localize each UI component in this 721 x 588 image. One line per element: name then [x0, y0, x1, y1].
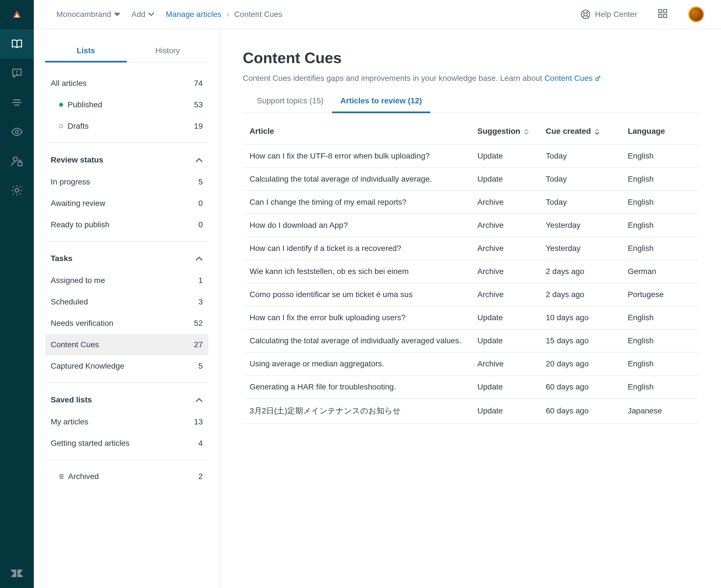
sort-down-icon	[524, 132, 529, 134]
sidebar-item-getting-started[interactable]: Getting started articles 4	[45, 433, 208, 454]
sidebar-item-ready-to-publish[interactable]: Ready to publish 0	[45, 214, 208, 235]
svg-point-8	[16, 130, 19, 133]
cell-article: How do I download an App?	[243, 214, 471, 237]
col-header-label: Suggestion	[478, 127, 520, 135]
cell-article: Calculating the total average of individ…	[243, 168, 471, 191]
col-header-article[interactable]: Article	[243, 122, 471, 145]
cell-language: German	[621, 260, 698, 283]
count: 0	[198, 199, 203, 208]
sidebar-item-drafts[interactable]: Drafts 19	[45, 115, 208, 137]
section-header-review-status[interactable]: Review status	[45, 149, 208, 171]
cell-suggestion: Archive	[471, 237, 539, 260]
col-header-suggestion[interactable]: Suggestion	[471, 122, 539, 145]
sidebar-item-needs-verification[interactable]: Needs verification 52	[45, 313, 208, 334]
svg-rect-10	[18, 162, 22, 166]
count: 19	[194, 122, 203, 131]
cell-cue-created: Today	[539, 145, 621, 168]
rail-zendesk[interactable]	[0, 559, 34, 588]
rail-knowledge[interactable]	[0, 29, 34, 59]
sidebar-item-content-cues[interactable]: Content Cues 27	[45, 334, 208, 355]
topbar: Monocambrand Add Manage articles › Conte…	[34, 0, 721, 29]
apps-menu[interactable]	[657, 8, 668, 21]
rail-customize[interactable]	[0, 117, 34, 146]
rail-settings[interactable]	[0, 176, 34, 205]
cell-suggestion: Update	[471, 168, 539, 191]
section-archived: Archived 2	[45, 466, 208, 493]
sidebar-item-my-articles[interactable]: My articles 13	[45, 411, 208, 433]
sidebar-item-awaiting-review[interactable]: Awaiting review 0	[45, 193, 208, 214]
guide-logo-icon	[11, 8, 23, 21]
avatar[interactable]	[688, 6, 704, 22]
svg-rect-21	[663, 14, 666, 18]
sidebar-item-assigned-to-me[interactable]: Assigned to me 1	[45, 270, 208, 291]
table-row[interactable]: Como posso identificar se um ticket é um…	[243, 283, 698, 306]
sidebar-item-archived[interactable]: Archived 2	[45, 466, 208, 487]
cell-language: English	[621, 306, 698, 329]
cell-language: English	[621, 168, 698, 191]
product-logo[interactable]	[0, 0, 34, 29]
help-center-link[interactable]: Help Center	[580, 9, 637, 19]
table-row[interactable]: How can I fix the UTF-8 error when bulk …	[243, 145, 698, 168]
status-dot-archived	[59, 476, 64, 477]
content-cues-doc-link[interactable]: Content Cues	[545, 74, 601, 83]
cell-language: English	[621, 352, 698, 375]
sidebar-item-label: My articles	[51, 417, 88, 426]
cell-cue-created: Today	[539, 168, 621, 191]
section-header-label: Review status	[51, 155, 103, 165]
tab-articles-to-review[interactable]: Articles to review (12)	[340, 96, 422, 113]
cell-suggestion: Archive	[471, 214, 539, 237]
sidebar-item-in-progress[interactable]: In progress 5	[45, 171, 208, 193]
sidebar-item-label: Content Cues	[51, 340, 99, 349]
cell-article: 3月2日(土)定期メインテナンスのお知らせ	[243, 398, 471, 423]
tab-history[interactable]: History	[127, 41, 208, 62]
sidebar-item-scheduled[interactable]: Scheduled 3	[45, 291, 208, 313]
svg-point-11	[15, 189, 19, 192]
table-row[interactable]: How can I identify if a ticket is a reco…	[243, 237, 698, 260]
cell-suggestion: Archive	[471, 191, 539, 214]
svg-rect-19	[663, 9, 666, 13]
section-header-saved-lists[interactable]: Saved lists	[45, 388, 208, 411]
page-description: Content Cues identifies gaps and improve…	[243, 74, 698, 83]
table-row[interactable]: Calculating the total average of individ…	[243, 168, 698, 191]
sort-up-icon	[524, 129, 529, 132]
add-dropdown[interactable]: Add	[131, 10, 155, 19]
count: 52	[194, 319, 203, 328]
section-review-status: Review status In progress 5 Awaiting rev…	[45, 149, 208, 241]
col-header-cue-created[interactable]: Cue created	[539, 122, 621, 145]
col-header-label: Language	[628, 127, 665, 135]
breadcrumb-parent[interactable]: Manage articles	[166, 10, 221, 19]
table-row[interactable]: Can I change the timing of my email repo…	[243, 191, 698, 214]
rail-moderation[interactable]	[0, 59, 34, 88]
gear-icon	[11, 184, 23, 196]
status-dot-draft	[59, 124, 63, 128]
app-root: Monocambrand Add Manage articles › Conte…	[0, 0, 721, 588]
table-row[interactable]: How do I download an App?ArchiveYesterda…	[243, 214, 698, 237]
brand-dropdown[interactable]: Monocambrand	[56, 10, 120, 19]
table-row[interactable]: Calculating the total average of individ…	[243, 329, 698, 352]
sidebar-item-captured-knowledge[interactable]: Captured Knowledge 5	[45, 355, 208, 377]
rail-arrange[interactable]	[0, 88, 34, 117]
sidebar-tabs: Lists History	[45, 41, 208, 63]
count: 3	[198, 297, 203, 307]
count: 27	[194, 340, 203, 349]
table-row[interactable]: Wie kann ich feststellen, ob es sich bei…	[243, 260, 698, 283]
page-description-text: Content Cues identifies gaps and improve…	[243, 74, 545, 83]
rail-permissions[interactable]	[0, 146, 34, 176]
chevron-down-icon	[148, 11, 154, 18]
table-row[interactable]: Using average or median aggregators.Arch…	[243, 352, 698, 375]
svg-line-14	[582, 11, 584, 13]
apps-grid-icon	[657, 8, 668, 19]
cell-article: Generating a HAR file for troubleshootin…	[243, 375, 471, 398]
cell-article: How can I fix the error bulk uploading u…	[243, 306, 471, 329]
table-row[interactable]: 3月2日(土)定期メインテナンスのお知らせUpdate60 days agoJa…	[243, 398, 698, 423]
sidebar-item-all-articles[interactable]: All articles 74	[45, 73, 208, 94]
cell-article: Calculating the total average of individ…	[243, 329, 471, 352]
section-header-tasks[interactable]: Tasks	[45, 247, 208, 270]
tab-support-topics[interactable]: Support topics (15)	[243, 96, 324, 113]
table-row[interactable]: How can I fix the error bulk uploading u…	[243, 306, 698, 329]
sidebar-item-published[interactable]: Published 53	[45, 94, 208, 115]
cell-suggestion: Update	[471, 306, 539, 329]
tab-lists[interactable]: Lists	[45, 41, 127, 62]
col-header-language[interactable]: Language	[621, 122, 698, 145]
table-row[interactable]: Generating a HAR file for troubleshootin…	[243, 375, 698, 398]
